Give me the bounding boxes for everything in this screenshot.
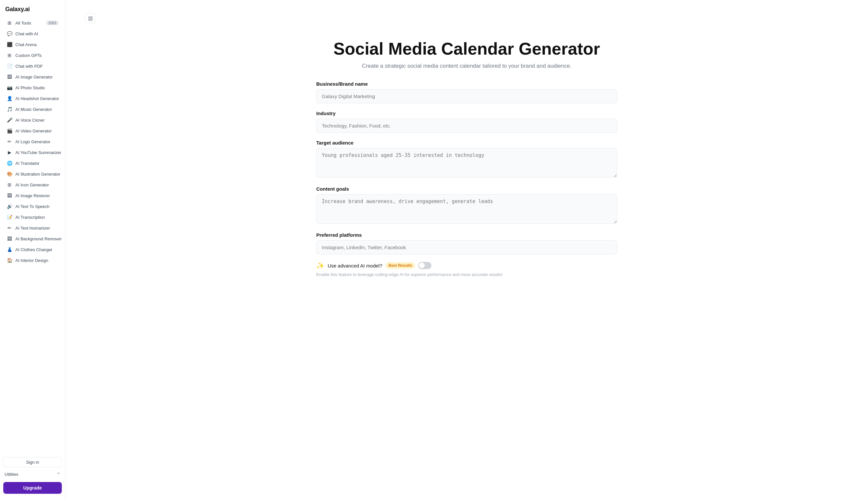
ai-headshot-generator-icon: 👤 <box>7 96 12 101</box>
sidebar-item-ai-background-remover[interactable]: 🖼AI Background Remover <box>2 233 63 244</box>
content-goals-field: Content goals <box>316 186 617 225</box>
sidebar-item-ai-text-to-speech[interactable]: 🔊AI Text To Speech <box>2 201 63 211</box>
sidebar-item-ai-logo-generator[interactable]: ✏AI Logo Generator <box>2 136 63 147</box>
target-audience-label: Target audience <box>316 140 617 146</box>
ai-text-humanizer-icon: ✏ <box>7 225 12 231</box>
sidebar-item-custom-gpts[interactable]: ⊞Custom GPTs <box>2 50 63 61</box>
sidebar-item-ai-translator[interactable]: 🌐AI Translator <box>2 158 63 168</box>
sidebar-item-chat-with-pdf[interactable]: 📄Chat with PDF <box>2 61 63 71</box>
utilities-label: Utilities <box>4 472 18 477</box>
industry-input[interactable] <box>316 119 617 133</box>
sidebar-item-label: Chat with AI <box>15 32 38 36</box>
ai-illustration-generator-icon: 🎨 <box>7 171 12 177</box>
logo[interactable]: Galaxy.ai <box>0 0 65 17</box>
custom-gpts-icon: ⊞ <box>7 53 12 58</box>
sidebar-item-label: AI Background Remover <box>15 236 62 241</box>
sidebar-item-label: AI Image Generator <box>15 75 53 80</box>
sidebar-item-label: AI Video Generator <box>15 129 52 133</box>
sidebar-item-ai-text-humanizer[interactable]: ✏AI Text Humanizer <box>2 223 63 233</box>
brand-name-label: Business/Brand name <box>316 81 617 87</box>
sidebar-item-label: AI Image Restorer <box>15 193 50 198</box>
sidebar-item-label: AI Text Humanizer <box>15 226 50 231</box>
sidebar-item-ai-voice-cloner[interactable]: 🎤AI Voice Cloner <box>2 115 63 125</box>
ai-interior-design-icon: 🏠 <box>7 258 12 263</box>
sidebar-item-label: AI Illustration Generator <box>15 172 60 177</box>
sidebar-item-chat-with-ai[interactable]: 💬Chat with AI <box>2 28 63 39</box>
sidebar-item-ai-video-generator[interactable]: 🎬AI Video Generator <box>2 125 63 136</box>
ai-transcription-icon: 📝 <box>7 215 12 220</box>
advanced-ai-row: ✨ Use advanced AI model? Best Results <box>316 261 617 269</box>
ai-background-remover-icon: 🖼 <box>7 236 12 241</box>
chat-with-ai-icon: 💬 <box>7 31 12 36</box>
sidebar-item-chat-arena[interactable]: ⬛Chat Arena <box>2 39 63 50</box>
ai-photo-studio-icon: 📷 <box>7 85 12 90</box>
brand-name-input[interactable] <box>316 89 617 104</box>
ai-voice-cloner-icon: 🎤 <box>7 118 12 123</box>
sidebar-item-ai-transcription[interactable]: 📝AI Transcription <box>2 212 63 222</box>
content-goals-label: Content goals <box>316 186 617 192</box>
upgrade-button[interactable]: Upgrade <box>3 482 62 494</box>
target-audience-input[interactable] <box>316 148 617 178</box>
utilities-section[interactable]: Utilities ⌃ <box>0 469 65 479</box>
page-subtitle: Create a strategic social media content … <box>85 63 848 69</box>
brand-name-field: Business/Brand name <box>316 81 617 104</box>
sidebar-item-label: AI Translator <box>15 161 39 166</box>
sidebar-item-label: AI Photo Studio <box>15 85 45 90</box>
content-goals-input[interactable] <box>316 194 617 224</box>
sidebar-item-label: AI Headshot Generator <box>15 96 59 101</box>
industry-label: Industry <box>316 110 617 116</box>
sidebar-item-ai-image-restorer[interactable]: 🖼AI Image Restorer <box>2 190 63 201</box>
ai-icon-generator-icon: ⊞ <box>7 182 12 187</box>
sidebar-item-label: Custom GPTs <box>15 53 41 58</box>
sidebar-item-label: AI Clothes Changer <box>15 247 52 252</box>
sidebar-item-ai-illustration-generator[interactable]: 🎨AI Illustration Generator <box>2 169 63 179</box>
ai-logo-generator-icon: ✏ <box>7 139 12 144</box>
page-title: Social Media Calendar Generator <box>85 39 848 58</box>
toggle-sidebar-button[interactable]: ▥ <box>85 13 96 23</box>
sidebar-item-label: AI Transcription <box>15 215 45 220</box>
sidebar-item-label: AI Icon Generator <box>15 182 49 187</box>
sidebar-item-ai-clothes-changer[interactable]: 👗AI Clothes Changer <box>2 244 63 255</box>
sidebar-item-ai-image-generator[interactable]: 🖼AI Image Generator <box>2 72 63 82</box>
sidebar-item-ai-youtube-summarizer[interactable]: ▶AI YouTube Summarizer <box>2 147 63 158</box>
all-tools-icon: ⊞ <box>7 20 12 25</box>
sidebar-nav: ⊞All Tools2003💬Chat with AI⬛Chat Arena⊞C… <box>0 17 65 455</box>
sidebar-item-ai-headshot-generator[interactable]: 👤AI Headshot Generator <box>2 93 63 104</box>
ai-music-generator-icon: 🎵 <box>7 107 12 112</box>
advanced-ai-toggle[interactable] <box>418 262 431 269</box>
sidebar-item-label: AI Music Generator <box>15 107 52 112</box>
ai-clothes-changer-icon: 👗 <box>7 247 12 252</box>
advanced-ai-icon: ✨ <box>316 261 325 269</box>
ai-text-to-speech-icon: 🔊 <box>7 204 12 209</box>
sidebar-item-label: AI Logo Generator <box>15 139 50 144</box>
sidebar-item-label: AI Interior Design <box>15 258 48 263</box>
advanced-ai-label: Use advanced AI model? <box>328 263 382 268</box>
sidebar-item-label: Chat Arena <box>15 42 37 47</box>
sidebar-item-ai-interior-design[interactable]: 🏠AI Interior Design <box>2 255 63 266</box>
ai-translator-icon: 🌐 <box>7 160 12 166</box>
preferred-platforms-input[interactable] <box>316 240 617 254</box>
sign-in-button[interactable]: Sign in <box>3 457 62 467</box>
advanced-ai-help: Enable this feature to leverage cutting-… <box>316 272 617 277</box>
sidebar-toggle-icon: ▥ <box>88 15 93 21</box>
preferred-platforms-label: Preferred platforms <box>316 232 617 238</box>
ai-video-generator-icon: 🎬 <box>7 128 12 133</box>
chat-arena-icon: ⬛ <box>7 42 12 47</box>
sidebar-item-ai-photo-studio[interactable]: 📷AI Photo Studio <box>2 82 63 93</box>
chat-with-pdf-icon: 📄 <box>7 63 12 69</box>
sidebar-item-label: AI YouTube Summarizer <box>15 150 61 155</box>
sidebar-item-label: AI Text To Speech <box>15 204 49 209</box>
sidebar: Galaxy.ai ⊞All Tools2003💬Chat with AI⬛Ch… <box>0 0 65 499</box>
sidebar-item-ai-icon-generator[interactable]: ⊞AI Icon Generator <box>2 180 63 190</box>
sidebar-item-all-tools[interactable]: ⊞All Tools2003 <box>2 18 63 28</box>
sidebar-item-label: AI Voice Cloner <box>15 118 45 123</box>
industry-field: Industry <box>316 110 617 133</box>
main-content: ▥ Social Media Calendar Generator Create… <box>65 0 868 499</box>
target-audience-field: Target audience <box>316 140 617 179</box>
sidebar-item-ai-music-generator[interactable]: 🎵AI Music Generator <box>2 104 63 114</box>
ai-image-generator-icon: 🖼 <box>7 74 12 80</box>
best-results-badge: Best Results <box>386 262 415 269</box>
form: Business/Brand name Industry Target audi… <box>316 81 617 277</box>
sidebar-item-label: All Tools <box>15 21 31 25</box>
ai-image-restorer-icon: 🖼 <box>7 193 12 198</box>
